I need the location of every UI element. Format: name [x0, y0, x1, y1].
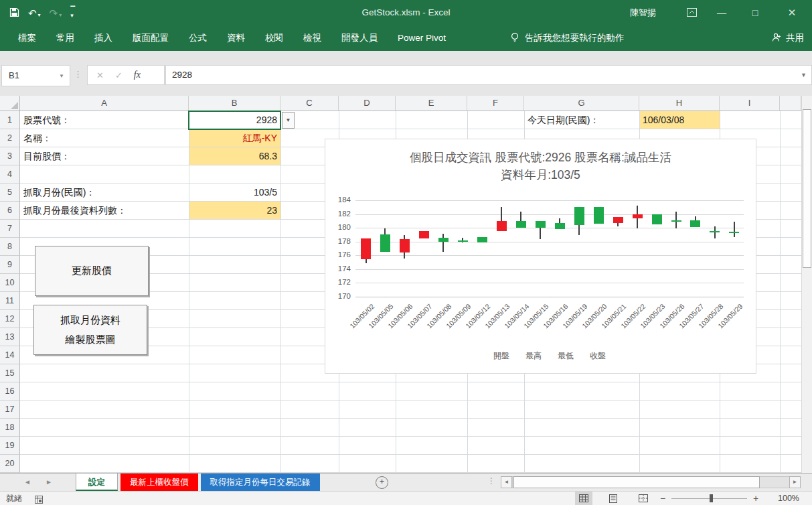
row-header-19[interactable]: 19: [0, 437, 20, 455]
name-box-dropdown-icon[interactable]: ▼: [59, 73, 64, 79]
zoom-slider-thumb[interactable]: [710, 494, 713, 502]
ribbon-tab-review[interactable]: 校閱: [255, 25, 293, 51]
row-header-12[interactable]: 12: [0, 310, 20, 328]
ribbon-tab-developer[interactable]: 開發人員: [331, 25, 388, 51]
legend-item[interactable]: 最低: [558, 350, 574, 362]
cell-B5[interactable]: 103/5: [189, 184, 280, 202]
cell-B6[interactable]: 23: [189, 202, 280, 220]
column-header-F[interactable]: F: [467, 96, 524, 111]
cell-A1[interactable]: 股票代號：: [20, 111, 189, 129]
share-button[interactable]: 共用: [772, 25, 804, 51]
ribbon-tab-data[interactable]: 資料: [217, 25, 255, 51]
ribbon-tab-power-pivot[interactable]: Power Pivot: [388, 25, 456, 51]
row-header-17[interactable]: 17: [0, 401, 20, 419]
row-header-18[interactable]: 18: [0, 419, 20, 437]
row-header-14[interactable]: 14: [0, 346, 20, 364]
horizontal-scrollbar-thumb[interactable]: [513, 476, 760, 488]
candle-16: [671, 220, 681, 222]
y-axis-label: 174: [325, 265, 351, 273]
account-user-name[interactable]: 陳智揚: [630, 0, 656, 25]
formula-input[interactable]: 2928 ▼: [165, 65, 812, 85]
y-axis-label: 176: [325, 250, 351, 259]
sheet-tab-monthly-daily-records[interactable]: 取得指定月份每日交易記錄: [201, 474, 320, 491]
column-header-partial[interactable]: [780, 96, 801, 111]
row-header-13[interactable]: 13: [0, 328, 20, 346]
candle-wick: [442, 234, 444, 252]
sheet-tab-settings[interactable]: 設定: [76, 474, 118, 491]
page-break-view-button[interactable]: [635, 492, 652, 505]
row-header-2[interactable]: 2: [0, 129, 20, 147]
scroll-left-icon[interactable]: ◄: [501, 476, 512, 488]
ribbon-tab-formulas[interactable]: 公式: [179, 25, 217, 51]
row-header-5[interactable]: 5: [0, 184, 20, 202]
select-all-corner[interactable]: [0, 96, 20, 111]
macro-record-icon[interactable]: [35, 494, 43, 505]
row-header-11[interactable]: 11: [0, 292, 20, 310]
row-header-6[interactable]: 6: [0, 202, 20, 220]
ribbon-tab-home[interactable]: 常用: [46, 25, 84, 51]
name-box[interactable]: B1 ▼: [1, 65, 70, 86]
row-header-15[interactable]: 15: [0, 364, 20, 382]
cell-B2[interactable]: 紅馬-KY: [189, 129, 280, 147]
button-fetch-month-draw-chart[interactable]: 抓取月份資料繪製股票圖: [33, 305, 147, 355]
zoom-out-button[interactable]: −: [660, 492, 665, 505]
row-header-3[interactable]: 3: [0, 147, 20, 165]
row-header-9[interactable]: 9: [0, 256, 20, 274]
sheet-tab-latest-otc-close[interactable]: 最新上櫃收盤價: [120, 474, 198, 491]
close-button[interactable]: ✕: [779, 0, 805, 25]
sheet-nav-next-icon[interactable]: ►: [46, 474, 52, 491]
ribbon-display-options-button[interactable]: [678, 0, 705, 25]
row-header-16[interactable]: 16: [0, 382, 20, 401]
formula-bar-expand-icon[interactable]: ▼: [801, 72, 807, 78]
cell-B3[interactable]: 68.3: [189, 147, 280, 165]
legend-item[interactable]: 最高: [525, 350, 542, 362]
column-header-G[interactable]: G: [524, 96, 639, 111]
gridline-v: [280, 111, 281, 473]
new-sheet-button[interactable]: +: [376, 476, 388, 489]
cell-A5[interactable]: 抓取月份(民國)：: [20, 184, 189, 202]
vertical-scrollbar-thumb[interactable]: [803, 109, 811, 268]
column-header-A[interactable]: A: [20, 96, 189, 111]
candle-18: [710, 231, 720, 232]
confirm-entry-icon[interactable]: ✓: [115, 70, 123, 80]
ribbon-tab-file[interactable]: 檔案: [8, 25, 46, 51]
zoom-level[interactable]: 100%: [768, 492, 799, 505]
row-header-4[interactable]: 4: [0, 165, 20, 184]
cell-G1[interactable]: 今天日期(民國)：: [524, 111, 639, 129]
gridline-v: [780, 111, 781, 473]
maximize-button[interactable]: □: [742, 0, 768, 25]
column-header-I[interactable]: I: [720, 96, 780, 111]
ribbon-tab-insert[interactable]: 插入: [84, 25, 123, 51]
cancel-entry-icon[interactable]: ✕: [96, 70, 104, 80]
ribbon-tab-view[interactable]: 檢視: [293, 25, 331, 51]
row-header-1[interactable]: 1: [0, 111, 20, 129]
cell-A2[interactable]: 名稱：: [20, 129, 189, 147]
tell-me-box[interactable]: 告訴我您想要執行的動作: [510, 25, 625, 51]
zoom-in-button[interactable]: +: [753, 492, 758, 505]
sheet-nav-prev-icon[interactable]: ◄: [24, 474, 31, 491]
row-header-20[interactable]: 20: [0, 455, 20, 473]
cell-A6[interactable]: 抓取月份最後資料列數：: [20, 202, 189, 220]
cell-H1[interactable]: 106/03/08: [639, 111, 720, 129]
ribbon-tab-page-layout[interactable]: 版面配置: [123, 25, 179, 51]
column-header-H[interactable]: H: [639, 96, 720, 111]
insert-function-icon[interactable]: fx: [134, 70, 141, 80]
button-update-price[interactable]: 更新股價: [35, 246, 149, 296]
column-header-D[interactable]: D: [339, 96, 396, 111]
row-header-8[interactable]: 8: [0, 238, 20, 256]
cell-A3[interactable]: 目前股價：: [20, 147, 189, 165]
page-layout-view-button[interactable]: [604, 492, 622, 505]
minimize-button[interactable]: —: [708, 0, 735, 25]
column-header-C[interactable]: C: [280, 96, 339, 111]
row-header-7[interactable]: 7: [0, 220, 20, 238]
column-header-B[interactable]: B: [189, 96, 280, 111]
cell-B1[interactable]: 2928: [189, 111, 280, 129]
row-header-10[interactable]: 10: [0, 274, 20, 292]
scroll-right-icon[interactable]: ►: [789, 476, 801, 488]
legend-item[interactable]: 收盤: [590, 350, 606, 362]
normal-view-button[interactable]: [575, 492, 592, 505]
legend-item[interactable]: 開盤: [493, 350, 509, 362]
stock-chart[interactable]: 個股日成交資訊 股票代號:2926 股票名稱:誠品生活 資料年月:103/5 1…: [325, 139, 756, 374]
column-header-E[interactable]: E: [396, 96, 467, 111]
data-validation-dropdown-button[interactable]: ▼: [282, 112, 295, 129]
